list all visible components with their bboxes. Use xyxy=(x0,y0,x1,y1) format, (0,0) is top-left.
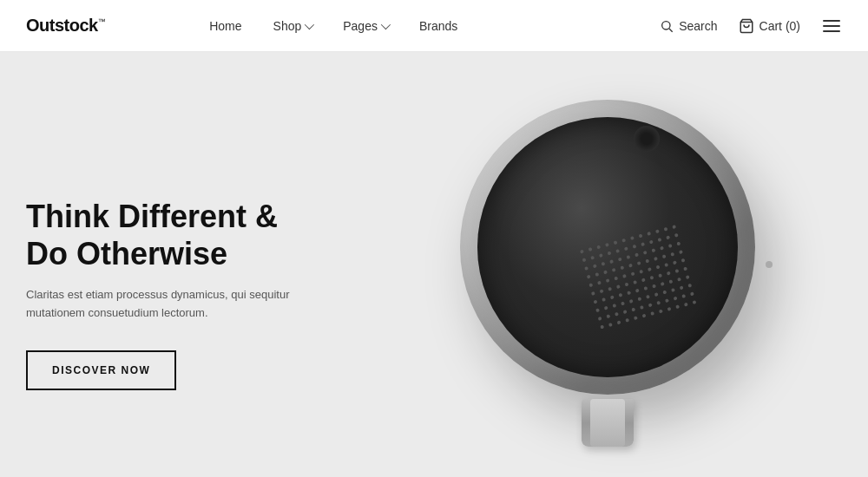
product-speaker xyxy=(443,82,773,447)
grille-dot xyxy=(621,302,625,306)
grille-dot xyxy=(661,282,665,286)
grille-dot xyxy=(610,295,615,299)
grille-dot xyxy=(608,323,613,327)
grille-dot xyxy=(660,246,664,251)
grille-dot xyxy=(587,275,591,279)
grille-dot xyxy=(683,266,687,271)
grille-dot xyxy=(667,271,671,276)
grille-dot xyxy=(642,314,647,318)
grille-dot xyxy=(606,314,610,318)
side-indicator xyxy=(766,261,773,268)
grille-dot xyxy=(681,294,686,298)
grille-dot xyxy=(648,303,653,307)
hero-content: Think Different & Do Otherwise Claritas … xyxy=(26,198,321,390)
menu-line xyxy=(823,25,840,27)
svg-point-0 xyxy=(662,21,670,29)
grille-dot xyxy=(624,246,628,251)
grille-dot xyxy=(643,286,648,291)
nav-shop[interactable]: Shop xyxy=(273,19,312,33)
grille-dot xyxy=(679,250,683,254)
grille-dot xyxy=(595,272,599,277)
grille-dot xyxy=(674,233,679,238)
hero-product-image xyxy=(347,52,868,477)
search-button[interactable]: Search xyxy=(660,19,717,33)
grille-dot xyxy=(667,307,672,311)
nav-brands[interactable]: Brands xyxy=(419,19,457,33)
grille-dot xyxy=(675,269,680,273)
hamburger-menu-button[interactable] xyxy=(821,18,842,34)
grille-dot xyxy=(605,243,609,247)
grille-dot xyxy=(615,312,619,317)
grille-dot xyxy=(656,301,661,305)
grille-dot xyxy=(664,227,668,232)
grille-dot xyxy=(601,262,605,266)
grille-dot xyxy=(672,225,676,229)
grille-dot xyxy=(618,258,622,262)
grille-dot xyxy=(650,311,654,316)
grille-dot xyxy=(690,291,694,296)
grille-dot xyxy=(600,325,604,330)
grille-dot xyxy=(620,265,624,270)
grille-dot xyxy=(593,264,597,268)
grille-dot xyxy=(590,256,595,260)
grille-dot xyxy=(615,249,620,253)
grille-dot xyxy=(599,253,603,258)
nav-home[interactable]: Home xyxy=(209,19,241,33)
grille-dot xyxy=(625,318,629,323)
grille-dot xyxy=(662,254,667,258)
main-nav: Home Shop Pages Brands xyxy=(209,19,660,33)
grille-dot xyxy=(650,276,654,280)
grille-dot xyxy=(656,265,661,270)
grille-dot xyxy=(622,274,627,278)
grille-dot xyxy=(616,284,621,289)
grille-dot xyxy=(639,270,643,274)
grille-dot xyxy=(647,232,651,236)
discover-now-button[interactable]: DISCOVER NOW xyxy=(26,350,176,390)
grille-dot xyxy=(654,257,658,261)
chevron-down-icon xyxy=(381,19,391,29)
grille-dot xyxy=(594,300,598,304)
grille-dot xyxy=(602,297,606,302)
grille-dot xyxy=(614,240,618,245)
grille-dot xyxy=(596,245,601,249)
grille-dot xyxy=(635,252,639,257)
grille-dot xyxy=(621,238,626,243)
nav-pages[interactable]: Pages xyxy=(343,19,388,33)
grille-dot xyxy=(631,271,635,276)
grille-dot xyxy=(671,288,675,292)
grille-dot xyxy=(580,250,584,254)
grille-dot xyxy=(589,283,593,287)
grille-dot xyxy=(668,244,673,248)
grille-dot xyxy=(595,308,600,312)
grille-dot xyxy=(654,292,659,297)
grille-dot xyxy=(673,260,677,265)
grille-dot xyxy=(637,261,641,265)
grille-dot xyxy=(677,278,681,282)
grille-dot xyxy=(651,248,655,252)
grille-dot xyxy=(665,298,669,303)
grille-dot xyxy=(627,291,631,295)
grille-dot xyxy=(591,291,595,296)
grille-dot xyxy=(612,304,616,308)
grille-dot xyxy=(635,289,640,293)
grille-dot xyxy=(609,259,614,264)
grille-dot xyxy=(676,242,681,246)
grille-dot xyxy=(684,303,688,307)
grille-dot xyxy=(608,287,612,291)
grille-dot xyxy=(658,273,662,278)
grille-dot xyxy=(582,258,587,262)
cart-button[interactable]: Cart (0) xyxy=(739,18,800,34)
grille-dot xyxy=(604,306,608,310)
grille-dot xyxy=(666,235,670,239)
hero-title: Think Different & Do Otherwise xyxy=(26,198,321,272)
grille-dot xyxy=(606,278,610,283)
svg-line-1 xyxy=(669,29,673,32)
grille-dot xyxy=(693,300,697,304)
logo: Outstock™ xyxy=(26,16,105,36)
search-icon xyxy=(660,19,674,33)
grille-dot xyxy=(639,234,643,238)
grille-dot xyxy=(637,297,641,301)
grille-dot xyxy=(618,293,622,297)
grille-dot xyxy=(675,304,680,309)
grille-dot xyxy=(643,251,648,255)
